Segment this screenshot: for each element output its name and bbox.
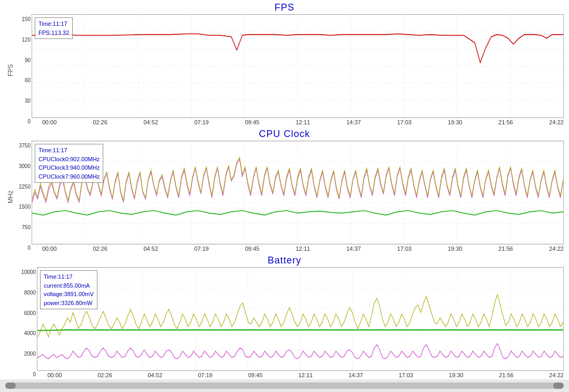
fps-chart-with-xaxis: Time:11:17 FPS:113.32 [32, 14, 564, 126]
fps-y-label: FPS [5, 14, 16, 126]
cpu-clock-chart-area: MHz 3750 3000 2250 1500 750 0 Time:11:17… [5, 141, 564, 253]
battery-title: Battery [5, 253, 564, 267]
cpu-clock-y-axis: 3750 3000 2250 1500 750 0 [16, 141, 32, 253]
fps-tooltip-time: Time:11:17 [38, 19, 69, 28]
cpu-clock-tooltip: Time:11:17 CPUClock0:902.00MHz CPUClock3… [35, 144, 103, 183]
cpu-clock-tooltip-line1: CPUClock0:902.00MHz [38, 155, 100, 164]
battery-tooltip-time: Time:11:17 [44, 272, 94, 281]
battery-tooltip-line3: power:3326.80mW [44, 299, 94, 308]
battery-chart-inner: Time:11:17 current:855.00mA voltage:3891… [37, 267, 564, 371]
fps-x-axis: 00:00 02:26 04:52 07:19 09:45 12:11 14:3… [32, 118, 564, 126]
battery-chart-with-xaxis: Time:11:17 current:855.00mA voltage:3891… [37, 267, 564, 379]
fps-chart-section: FPS FPS 150 120 90 60 30 0 Time:11:17 FP… [5, 0, 564, 126]
fps-chart-svg [32, 15, 563, 117]
scrollbar-thumb-right[interactable] [553, 383, 564, 389]
cpu-clock-x-axis: 00:00 02:26 04:52 07:19 09:45 12:11 14:3… [32, 244, 564, 253]
battery-y-label [5, 267, 16, 379]
charts-container: FPS FPS 150 120 90 60 30 0 Time:11:17 FP… [0, 0, 569, 379]
fps-y-axis: 150 120 90 60 30 0 [16, 14, 32, 126]
cpu-clock-chart-inner: Time:11:17 CPUClock0:902.00MHz CPUClock3… [32, 141, 564, 244]
cpu-clock-svg [32, 141, 563, 244]
scrollbar-track[interactable] [5, 383, 564, 389]
cpu-clock-tooltip-line2: CPUClock3:940.00MHz [38, 163, 100, 172]
battery-chart-area: 10000 8000 6000 4000 2000 0 Time:11:17 c… [5, 267, 564, 379]
scrollbar-thumb-left[interactable] [5, 383, 16, 389]
cpu-clock-y-label: MHz [5, 141, 16, 253]
cpu-clock-tooltip-line3: CPUClock7:960.00MHz [38, 172, 100, 181]
cpu-clock-title: CPU Clock [5, 126, 564, 141]
battery-chart-section: Battery 10000 8000 6000 4000 2000 0 Time… [5, 253, 564, 379]
battery-tooltip-line2: voltage:3891.00mV [44, 290, 94, 299]
battery-chart-svg [37, 268, 563, 370]
battery-tooltip-line1: current:855.00mA [44, 281, 94, 290]
battery-x-axis: 00:00 02:26 04:52 07:19 09:45 12:11 14:3… [37, 371, 564, 379]
scrollbar-container[interactable] [0, 379, 569, 392]
cpu-clock-tooltip-time: Time:11:17 [38, 146, 100, 155]
fps-chart-inner: Time:11:17 FPS:113.32 [32, 14, 564, 118]
fps-title: FPS [5, 0, 564, 14]
fps-chart-area: FPS 150 120 90 60 30 0 Time:11:17 FPS:11… [5, 14, 564, 126]
fps-tooltip-line1: FPS:113.32 [38, 28, 69, 37]
cpu-clock-chart-with-xaxis: Time:11:17 CPUClock0:902.00MHz CPUClock3… [32, 141, 564, 253]
fps-tooltip: Time:11:17 FPS:113.32 [35, 17, 73, 39]
cpu-clock-chart-section: CPU Clock MHz 3750 3000 2250 1500 750 0 … [5, 126, 564, 253]
battery-y-axis: 10000 8000 6000 4000 2000 0 [16, 267, 37, 379]
battery-tooltip: Time:11:17 current:855.00mA voltage:3891… [40, 270, 97, 309]
